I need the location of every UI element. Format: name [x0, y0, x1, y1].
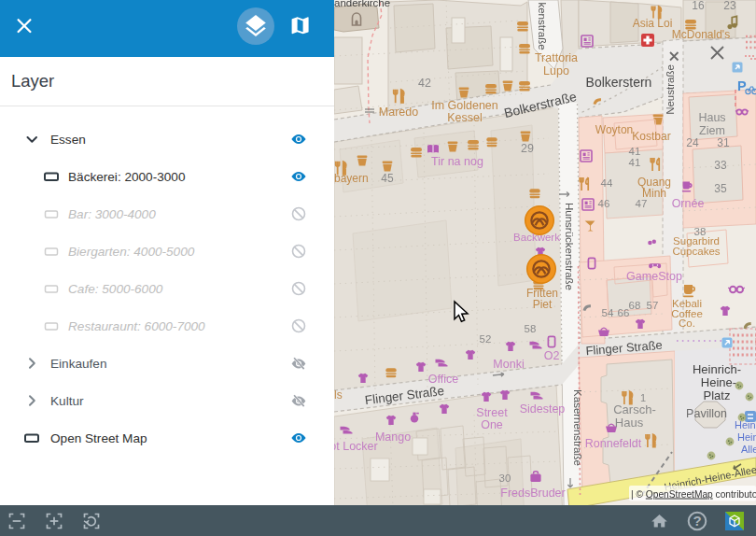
svg-text:41: 41 — [629, 146, 641, 157]
svg-text:33: 33 — [714, 159, 727, 172]
svg-text:Haus: Haus — [698, 111, 725, 124]
svg-text:O2: O2 — [544, 349, 560, 362]
svg-text:Mango: Mango — [375, 430, 411, 444]
svg-text:FredsBruder: FredsBruder — [500, 487, 565, 500]
svg-text:Heinr: Heinr — [735, 419, 756, 430]
svg-text:Maredo: Maredo — [379, 106, 418, 119]
svg-text:46: 46 — [598, 198, 610, 209]
svg-text:Alle: Alle — [741, 444, 756, 455]
svg-text:ot Locker: ot Locker — [334, 440, 378, 453]
svg-text:Street: Street — [476, 406, 508, 419]
svg-text:57: 57 — [647, 300, 659, 311]
svg-text:Kostbar: Kostbar — [632, 130, 670, 143]
svg-text:Ziem: Ziem — [699, 124, 725, 137]
svg-text:Kessel: Kessel — [447, 111, 483, 124]
svg-text:bayern: bayern — [334, 172, 369, 185]
svg-text:kenstraße: kenstraße — [537, 2, 548, 49]
svg-text:Trattoria: Trattoria — [535, 51, 578, 64]
svg-text:Im Goldenen: Im Goldenen — [431, 99, 498, 112]
svg-text:44: 44 — [601, 177, 613, 189]
svg-text:Bolkerstern: Bolkerstern — [586, 75, 652, 90]
svg-text:Carsch-: Carsch- — [613, 402, 656, 416]
svg-text:Tir na nog: Tir na nog — [431, 155, 483, 168]
svg-text:ls: ls — [334, 388, 343, 402]
svg-text:42: 42 — [418, 77, 431, 90]
svg-text:30: 30 — [499, 473, 511, 484]
svg-text:Minh: Minh — [642, 187, 666, 200]
svg-text:Asia Loi: Asia Loi — [633, 17, 673, 30]
svg-text:68: 68 — [629, 300, 641, 311]
svg-text:Neustraße: Neustraße — [665, 64, 676, 115]
svg-text:23: 23 — [723, 0, 736, 12]
svg-text:Cupcakes: Cupcakes — [672, 246, 720, 257]
svg-text:35: 35 — [714, 182, 727, 195]
svg-text:1: 1 — [640, 392, 646, 403]
svg-text:One: One — [481, 418, 503, 431]
svg-text:Ornée: Ornée — [672, 197, 705, 210]
svg-text:31: 31 — [717, 136, 730, 149]
svg-text:GameStop: GameStop — [626, 270, 682, 283]
svg-text:Piet: Piet — [533, 298, 553, 311]
svg-text:Haus: Haus — [615, 416, 644, 430]
svg-text:66: 66 — [618, 307, 630, 318]
svg-text:Pavillon: Pavillon — [686, 407, 727, 420]
svg-text:?: ? — [693, 513, 701, 529]
svg-text:Office: Office — [428, 373, 458, 386]
svg-text:Monki: Monki — [493, 358, 524, 371]
svg-text:anderkirche: anderkirche — [334, 0, 390, 8]
svg-text:McDonald's: McDonald's — [672, 28, 730, 41]
svg-text:Sidestep: Sidestep — [520, 402, 566, 416]
svg-text:45: 45 — [381, 172, 394, 185]
svg-text:Platz: Platz — [704, 388, 731, 402]
svg-text:Heine-: Heine- — [701, 375, 736, 389]
svg-text:Hunsrückenstraße: Hunsrückenstraße — [564, 203, 575, 290]
svg-text:41: 41 — [629, 157, 641, 168]
svg-text:Hein: Hein — [737, 431, 756, 443]
svg-text:Lupo: Lupo — [543, 64, 569, 78]
svg-text:29: 29 — [521, 142, 534, 155]
svg-text:Kasernenstraße: Kasernenstraße — [572, 389, 583, 466]
svg-text:54: 54 — [602, 307, 614, 318]
svg-text:Woyton: Woyton — [595, 123, 633, 136]
svg-text:24: 24 — [686, 136, 699, 149]
svg-text:52: 52 — [480, 333, 492, 345]
svg-text:Co.: Co. — [679, 317, 695, 329]
svg-text:| © OpenStreetMap contributors: | © OpenStreetMap contributors — [631, 489, 756, 500]
svg-text:Ronnefeldt: Ronnefeldt — [585, 437, 642, 450]
svg-text:58: 58 — [525, 323, 537, 334]
svg-text:Heinrich-: Heinrich- — [693, 362, 741, 376]
svg-text:16: 16 — [692, 0, 705, 12]
svg-text:Backwerk: Backwerk — [513, 232, 560, 243]
